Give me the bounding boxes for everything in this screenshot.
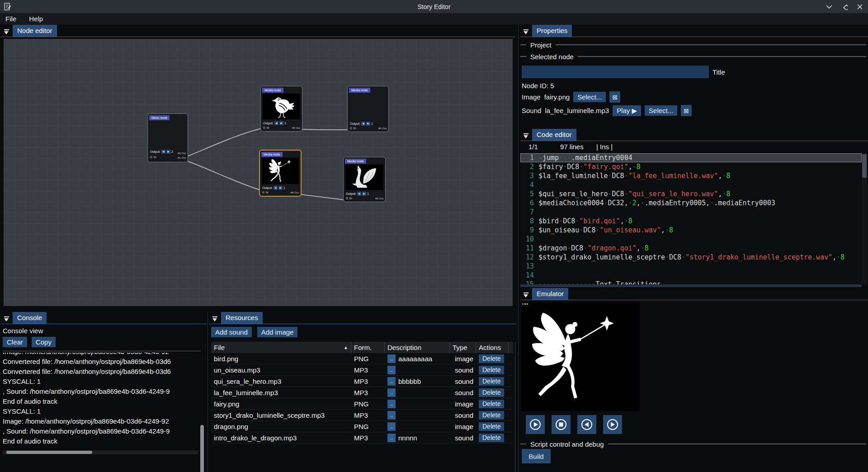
node-media-empty[interactable]: Media node Output: ◀ ▶ 1 0: In #0 Out <box>347 86 389 132</box>
output-next-button[interactable]: ▶ <box>366 122 370 126</box>
tab-code-editor[interactable]: Code editor <box>532 129 576 141</box>
build-button[interactable]: Build <box>522 449 551 463</box>
add-sound-button[interactable]: Add sound <box>211 327 252 337</box>
output-prev-button[interactable]: ◀ <box>274 121 278 125</box>
stop-button[interactable] <box>552 415 571 434</box>
code-vertical-scrollbar[interactable] <box>862 153 867 284</box>
sound-play-button[interactable]: Play ▶ <box>613 105 641 116</box>
code-line: 13 <box>520 262 862 271</box>
description-cell: ..nnnnn <box>385 432 450 443</box>
table-row[interactable]: story1_drako_luminelle_sceptre.mp3MP3..s… <box>211 410 513 421</box>
tab-emulator[interactable]: Emulator <box>532 288 568 300</box>
node-media-bird[interactable]: Media node Output: ◀ ▶ 1 0: In #0 Out <box>260 86 302 132</box>
edit-description-button[interactable]: .. <box>387 388 396 397</box>
table-row[interactable]: qui_sera_le_hero.mp3MP3..bbbbbbsoundDele… <box>211 376 513 387</box>
table-row[interactable]: bird.pngPNG..aaaaaaaaaimageDelete <box>211 353 513 364</box>
output-prev-button[interactable]: ◀ <box>361 122 365 126</box>
console-horizontal-scrollbar[interactable] <box>3 450 198 454</box>
edit-description-button[interactable]: .. <box>387 354 396 363</box>
line-number: 1 <box>520 153 538 162</box>
sound-clear-button[interactable]: ⊠ <box>681 105 692 116</box>
code-text: $story1_drako_luminelle_sceptre·DC8·"sto… <box>538 253 844 262</box>
collapse-panel-icon[interactable] <box>523 29 529 35</box>
code-text-area[interactable]: 1→jump···.mediaEntry00042$fairy·DC8·"fai… <box>520 153 862 284</box>
copy-button[interactable]: Copy <box>32 337 56 347</box>
resources-table: File ▲ Form. Description Type Actions bi… <box>211 342 513 444</box>
console-resources-splitter[interactable] <box>208 312 208 472</box>
output-next-button[interactable]: ▶ <box>166 150 170 154</box>
sound-select-button[interactable]: Select... <box>645 105 677 116</box>
table-row[interactable]: la_fee_luminelle.mp3MP3..soundDelete <box>211 387 513 398</box>
console-vertical-scrollbar[interactable] <box>200 353 204 448</box>
edit-description-button[interactable]: .. <box>387 377 396 386</box>
output-prev-button[interactable]: ◀ <box>161 150 165 154</box>
tab-node-editor[interactable]: Node editor <box>13 25 57 37</box>
column-header-file[interactable]: File ▲ <box>211 342 351 353</box>
delete-button[interactable]: Delete <box>479 366 504 374</box>
tab-properties[interactable]: Properties <box>532 25 572 37</box>
tab-resources[interactable]: Resources <box>221 312 263 324</box>
close-button[interactable] <box>856 3 863 10</box>
edit-description-button[interactable]: .. <box>387 400 396 408</box>
delete-button[interactable]: Delete <box>479 377 504 386</box>
image-select-button[interactable]: Select... <box>573 92 606 102</box>
edit-description-button[interactable]: .. <box>387 366 396 374</box>
column-header-format[interactable]: Form. <box>351 342 385 353</box>
node-menu[interactable]: Menu node Output: ◀ ▶ 2 0: In #0 Out #1 … <box>147 113 188 162</box>
collapse-panel-icon[interactable] <box>212 316 218 322</box>
console-log-line: SYSCALL: 1 <box>3 406 198 416</box>
console-log-line: SYSCALL: 1 <box>3 377 198 387</box>
collapse-panel-icon[interactable] <box>523 133 529 139</box>
maximize-button[interactable] <box>841 3 848 10</box>
step-back-button[interactable] <box>577 415 596 434</box>
output-next-button[interactable]: ▶ <box>362 192 366 196</box>
column-header-actions[interactable]: Actions <box>476 342 509 353</box>
delete-button[interactable]: Delete <box>479 388 504 397</box>
output-count: 1 <box>367 192 369 195</box>
vertical-splitter[interactable] <box>518 25 519 472</box>
column-header-description[interactable]: Description <box>385 342 450 353</box>
menu-help[interactable]: Help <box>24 13 48 24</box>
column-header-type[interactable]: Type <box>450 342 476 353</box>
title-input[interactable] <box>522 66 709 78</box>
output-next-button[interactable]: ▶ <box>279 121 283 125</box>
delete-button[interactable]: Delete <box>479 400 504 408</box>
menu-file[interactable]: File <box>0 13 22 24</box>
edit-description-button[interactable]: .. <box>387 422 396 431</box>
node-canvas[interactable]: Menu node Output: ◀ ▶ 2 0: In #0 Out #1 … <box>4 39 513 306</box>
edit-description-button[interactable]: .. <box>387 434 396 442</box>
delete-button[interactable]: Delete <box>479 422 504 431</box>
table-row[interactable]: intro_drako_le_dragon.mp3MP3..nnnnnsound… <box>211 432 513 444</box>
delete-button[interactable]: Delete <box>479 354 504 363</box>
node-media-dragon[interactable]: Media node Output: ◀ ▶ 1 0: In #0 Out <box>343 157 386 202</box>
tab-console[interactable]: Console <box>13 312 47 324</box>
collapse-panel-icon[interactable] <box>4 29 9 35</box>
node-media-fairy[interactable]: Media node Output: ◀ ▶ 1 0: In #0 Out <box>259 150 302 197</box>
image-clear-button[interactable]: ⊠ <box>609 91 620 103</box>
add-image-button[interactable]: Add image <box>257 327 298 337</box>
code-text: $qui_sera_le_hero·DC8·"qui_sera_le_hero.… <box>538 189 730 198</box>
output-port-label: #0 Out <box>178 152 186 155</box>
delete-button[interactable]: Delete <box>479 434 504 442</box>
table-row[interactable]: dragon.pngPNG..imageDelete <box>211 421 513 432</box>
format: PNG <box>351 421 385 432</box>
table-row[interactable]: un_oiseau.mp3MP3..soundDelete <box>211 364 513 376</box>
step-forward-button[interactable] <box>603 415 622 434</box>
panel-emulator: Emulator Script control and debug Build <box>520 288 868 472</box>
description-text: aaaaaaaaa <box>398 355 432 363</box>
code-horizontal-scrollbar[interactable] <box>520 284 862 287</box>
panel-resources: Resources Add sound Add image File ▲ For… <box>209 312 516 472</box>
collapse-panel-icon[interactable] <box>523 293 529 298</box>
clear-button[interactable]: Clear <box>3 337 27 347</box>
output-prev-button[interactable]: ◀ <box>357 192 361 196</box>
minimize-button[interactable] <box>826 3 833 10</box>
table-row[interactable]: fairy.pngPNG..imageDelete <box>211 398 513 410</box>
delete-button[interactable]: Delete <box>479 411 504 420</box>
output-next-button[interactable]: ▶ <box>278 186 283 190</box>
output-count: 1 <box>283 186 285 189</box>
menubar: File Help <box>0 13 868 25</box>
edit-description-button[interactable]: .. <box>387 411 396 420</box>
play-button[interactable] <box>526 415 545 434</box>
output-prev-button[interactable]: ◀ <box>274 186 278 190</box>
collapse-panel-icon[interactable] <box>4 316 9 322</box>
